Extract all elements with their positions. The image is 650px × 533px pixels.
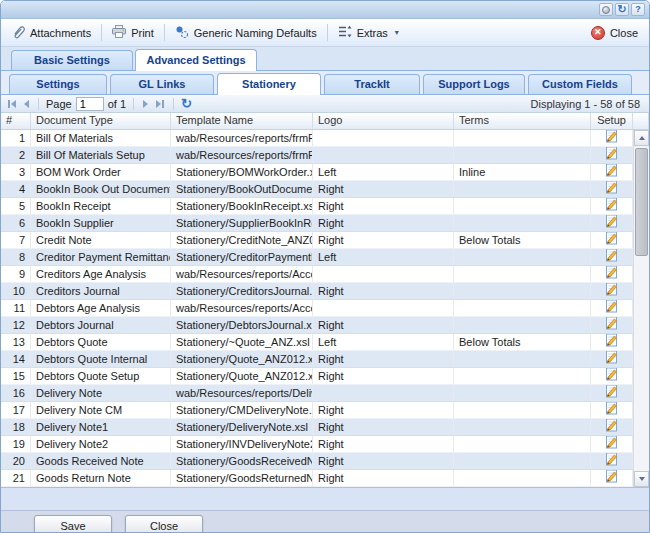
column-header-logo[interactable]: Logo xyxy=(313,113,454,129)
scrollbar-thumb[interactable] xyxy=(635,148,648,256)
table-row[interactable]: 9Creditors Age Analysiswab/Resources/rep… xyxy=(1,266,633,283)
titlebar-tools: ↻? xyxy=(599,3,645,16)
table-row[interactable]: 14Debtors Quote InternalStationery/Quote… xyxy=(1,351,633,368)
close-button[interactable]: Close xyxy=(125,515,203,533)
table-row[interactable]: 15Debtors Quote SetupStationery/Quote_AN… xyxy=(1,368,633,385)
cell-doc: Creditor Payment Remittance xyxy=(31,249,171,265)
table-row[interactable]: 2Bill Of Materials Setupwab/Resources/re… xyxy=(1,147,633,164)
cell-terms xyxy=(454,181,591,197)
edit-pencil-icon[interactable] xyxy=(605,130,618,146)
tab-settings[interactable]: Settings xyxy=(9,74,107,94)
edit-pencil-icon[interactable] xyxy=(605,147,618,163)
edit-pencil-icon[interactable] xyxy=(605,402,618,418)
tab-gl-links[interactable]: GL Links xyxy=(110,74,214,94)
tab-stationery[interactable]: Stationery xyxy=(217,73,321,95)
setup-cell xyxy=(591,283,633,299)
setup-cell xyxy=(591,249,633,265)
scroll-down-button[interactable] xyxy=(634,471,649,487)
column-header-setup[interactable]: Setup xyxy=(591,113,633,129)
table-row[interactable]: 19Delivery Note2Stationery/INVDeliveryNo… xyxy=(1,436,633,453)
toolbar-button-generic-naming-defaults[interactable]: Generic Naming Defaults xyxy=(169,22,323,44)
edit-pencil-icon[interactable] xyxy=(605,232,618,248)
cell-logo: Right xyxy=(313,453,454,469)
cell-num: 7 xyxy=(1,232,31,248)
edit-pencil-icon[interactable] xyxy=(605,385,618,401)
gear-button[interactable] xyxy=(599,3,613,16)
edit-pencil-icon[interactable] xyxy=(605,419,618,435)
edit-pencil-icon[interactable] xyxy=(605,300,618,316)
table-row[interactable]: 13Debtors QuoteStationery/~Quote_ANZ.xsl… xyxy=(1,334,633,351)
cell-template: Stationery/~Quote_ANZ.xsl xyxy=(171,334,313,350)
column-header-template-name[interactable]: Template Name xyxy=(171,113,313,129)
refresh-icon[interactable]: ↻ xyxy=(181,97,192,110)
edit-pencil-icon[interactable] xyxy=(605,470,618,486)
table-row[interactable]: 3BOM Work OrderStationery/BOMWorkOrder.x… xyxy=(1,164,633,181)
table-row[interactable]: 20Goods Received NoteStationery/GoodsRec… xyxy=(1,453,633,470)
tab-trackit[interactable]: TrackIt xyxy=(324,74,420,94)
cell-terms xyxy=(454,300,591,316)
edit-pencil-icon[interactable] xyxy=(605,317,618,333)
edit-pencil-icon[interactable] xyxy=(605,164,618,180)
next-page-button[interactable] xyxy=(141,99,150,109)
toolbar-button-print[interactable]: Print xyxy=(106,22,160,43)
cell-logo: Right xyxy=(313,368,454,384)
cell-logo xyxy=(313,385,454,401)
scroll-up-button[interactable] xyxy=(634,130,649,146)
tab-basic-settings[interactable]: Basic Settings xyxy=(11,50,133,70)
setup-cell xyxy=(591,368,633,384)
edit-pencil-icon[interactable] xyxy=(605,368,618,384)
first-page-button[interactable] xyxy=(6,99,18,109)
edit-pencil-icon[interactable] xyxy=(605,351,618,367)
edit-pencil-icon[interactable] xyxy=(605,436,618,452)
table-row[interactable]: 1Bill Of Materialswab/Resources/reports/… xyxy=(1,130,633,147)
cell-doc: BookIn Receipt xyxy=(31,198,171,214)
last-page-button[interactable] xyxy=(154,99,166,109)
edit-pencil-icon[interactable] xyxy=(605,266,618,282)
table-row[interactable]: 16Delivery Notewab/Resources/reports/Del… xyxy=(1,385,633,402)
table-row[interactable]: 7Credit NoteStationery/CreditNote_ANZ012… xyxy=(1,232,633,249)
cell-doc: Delivery Note CM xyxy=(31,402,171,418)
cell-logo: Right xyxy=(313,470,454,486)
edit-pencil-icon[interactable] xyxy=(605,215,618,231)
edit-pencil-icon[interactable] xyxy=(605,283,618,299)
column-header-terms[interactable]: Terms xyxy=(454,113,591,129)
table-row[interactable]: 18Delivery Note1Stationery/DeliveryNote.… xyxy=(1,419,633,436)
edit-pencil-icon[interactable] xyxy=(605,181,618,197)
tab-support-logs[interactable]: Support Logs xyxy=(423,74,525,94)
edit-pencil-icon[interactable] xyxy=(605,198,618,214)
save-button[interactable]: Save xyxy=(34,515,112,533)
help-button[interactable]: ? xyxy=(631,3,645,16)
table-row[interactable]: 8Creditor Payment RemittanceStationery/C… xyxy=(1,249,633,266)
edit-pencil-icon[interactable] xyxy=(605,334,618,350)
cell-terms xyxy=(454,470,591,486)
toolbar-separator xyxy=(101,24,102,41)
column-header--[interactable]: # xyxy=(1,113,31,129)
table-row[interactable]: 5BookIn ReceiptStationery/BookInReceipt.… xyxy=(1,198,633,215)
close-red-icon: ✕ xyxy=(591,26,605,40)
footer-bar: Save Close xyxy=(1,510,649,533)
toolbar-button-extras[interactable]: Extras▾ xyxy=(332,22,405,43)
cell-template: wab/Resources/reports/Accou... xyxy=(171,266,313,282)
table-row[interactable]: 21Goods Return NoteStationery/GoodsRetur… xyxy=(1,470,633,487)
table-row[interactable]: 17Delivery Note CMStationery/CMDeliveryN… xyxy=(1,402,633,419)
table-row[interactable]: 4BookIn Book Out DocumentStationery/Book… xyxy=(1,181,633,198)
cell-terms xyxy=(454,368,591,384)
toolbar-button-attachments[interactable]: Attachments xyxy=(6,22,97,44)
tab-custom-fields[interactable]: Custom Fields xyxy=(528,74,632,94)
edit-pencil-icon[interactable] xyxy=(605,249,618,265)
vertical-scrollbar[interactable] xyxy=(633,130,649,487)
table-row[interactable]: 12Debtors JournalStationery/DebtorsJourn… xyxy=(1,317,633,334)
toolbar-button-close[interactable]: ✕Close xyxy=(585,23,644,43)
table-row[interactable]: 6BookIn SupplierStationery/SupplierBookI… xyxy=(1,215,633,232)
refresh-button[interactable]: ↻ xyxy=(615,3,629,16)
cell-num: 5 xyxy=(1,198,31,214)
table-row[interactable]: 11Debtors Age Analysiswab/Resources/repo… xyxy=(1,300,633,317)
table-row[interactable]: 10Creditors JournalStationery/CreditorsJ… xyxy=(1,283,633,300)
tab-advanced-settings[interactable]: Advanced Settings xyxy=(135,49,257,71)
previous-page-button[interactable] xyxy=(22,99,31,109)
page-number-input[interactable] xyxy=(76,97,104,111)
cell-template: Stationery/DeliveryNote.xsl xyxy=(171,419,313,435)
edit-pencil-icon[interactable] xyxy=(605,453,618,469)
column-header-document-type[interactable]: Document Type xyxy=(31,113,171,129)
cell-terms: Below Totals xyxy=(454,334,591,350)
